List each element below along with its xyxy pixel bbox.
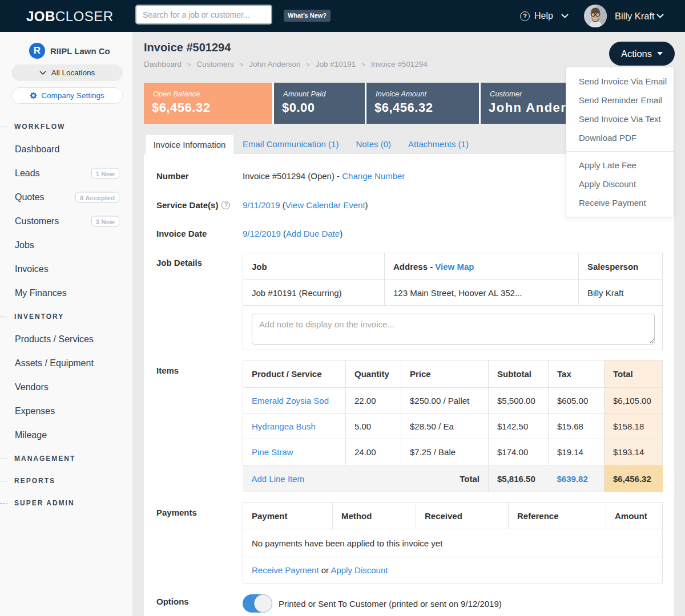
invoice-date-link[interactable]: 9/12/2019 [243,229,281,238]
section-reports[interactable]: REPORTS [0,469,132,492]
stat-open-balance: Open Balance $6,456.32 [144,83,272,124]
actions-button[interactable]: Actions [609,42,675,66]
tab-invoice-information[interactable]: Invoice Information [145,134,234,154]
product-link[interactable]: Hydrangea Bush [252,422,316,431]
sidebar-item-vendors[interactable]: Vendors [0,375,132,399]
items-header-price: Price [401,360,489,388]
tab-notes[interactable]: Notes (0) [347,134,400,154]
sidebar-item-mileage[interactable]: Mileage [0,423,132,447]
stat-label: Open Balance [153,90,264,98]
sidebar-menu: WORKFLOW Dashboard Leads1 New Quotes8 Ac… [0,115,132,514]
breadcrumb-john-anderson[interactable]: John Anderson [249,60,300,68]
company-settings-button[interactable]: Company Settings [11,87,123,104]
items-table: Product / Service Quantity Price Subtota… [243,360,663,492]
menu-item-send-invoice-email[interactable]: Send Invoice Via Email [566,72,674,91]
product-link[interactable]: Pine Straw [252,447,293,457]
sidebar-item-leads[interactable]: Leads1 New [0,161,132,185]
menu-item-receive-payment[interactable]: Receive Payment [566,193,674,212]
stat-value: $6,456.32 [374,100,471,115]
job-details-table: Job Address - View Map Salesperson Job #… [243,253,663,350]
user-avatar[interactable] [584,5,607,27]
whats-new-button[interactable]: What’s New? [284,10,331,22]
service-date-link[interactable]: 9/11/2019 [243,200,280,210]
view-calendar-event-link[interactable]: View Calendar Event [285,200,365,210]
section-management[interactable]: MANAGEMENT [0,447,132,469]
item-price: $28.50 / Ea [401,414,489,439]
section-super-admin[interactable]: SUPER ADMIN [0,492,132,514]
tab-attachments[interactable]: Attachments (1) [400,134,477,154]
invoice-note-input[interactable] [252,314,655,345]
number-value: Invoice #501294 (Open) - Change Number [243,171,405,181]
item-subtotal: $5,500.00 [489,388,549,414]
add-line-item-cell: Add Line Item [243,465,401,492]
item-subtotal: $174.00 [489,439,549,465]
breadcrumb-customers[interactable]: Customers [196,60,233,68]
add-due-date-link[interactable]: Add Due Date [286,229,340,238]
menu-item-send-invoice-text[interactable]: Send Invoice Via Text [566,110,674,128]
menu-item-apply-late-fee[interactable]: Apply Late Fee [566,156,674,175]
user-menu-chevron[interactable] [656,0,664,32]
tax-total-link[interactable]: $639.82 [557,474,588,484]
breadcrumb-current: Invoice #501294 [371,60,428,68]
sidebar-item-label: My Finances [15,288,67,298]
help-circle-icon[interactable]: ? [221,201,230,209]
menu-item-send-reminder-email[interactable]: Send Reminder Email [566,91,674,110]
job-cell: Job #10191 (Recurring) [243,280,385,306]
menu-item-download-pdf[interactable]: Download PDF [566,128,674,147]
menu-divider [566,151,674,152]
caret-down-icon [657,52,663,55]
printed-toggle[interactable] [243,594,272,613]
sidebar-item-label: Products / Services [15,334,94,345]
service-label-text: Service Date(s) [156,200,218,210]
sidebar-item-quotes[interactable]: Quotes8 Accepted [0,185,132,209]
sidebar-item-products-services[interactable]: Products / Services [0,327,132,351]
items-total-tax: $639.82 [549,465,605,492]
chevron-down-icon [39,71,46,75]
chevron-down-icon [656,14,664,18]
section-workflow: WORKFLOW [0,115,132,137]
sidebar-item-assets-equipment[interactable]: Assets / Equipment [0,351,132,375]
product-link[interactable]: Emerald Zoysia Sod [252,396,329,406]
item-subtotal: $142.50 [489,414,549,439]
address-column-header: Address - View Map [385,253,579,280]
search-input[interactable] [135,5,272,25]
breadcrumb: Dashboard>Customers>John Anderson>Job #1… [144,60,428,68]
item-row: Pine Straw 24.00 $7.25 / Bale $174.00 $1… [243,439,663,465]
company-settings-label: Company Settings [41,91,104,100]
apply-discount-link[interactable]: Apply Discount [331,565,388,575]
number-label: Number [156,171,189,181]
tab-email-communication[interactable]: Email Communication (1) [234,134,347,154]
help-menu[interactable]: ? Help [520,0,569,32]
address-cell: 123 Main Street, Hoover AL 352... [385,280,579,306]
sidebar: R RIIPL Lawn Co All Locations Company Se… [0,32,132,616]
payments-header-method: Method [333,502,416,529]
sidebar-item-invoices[interactable]: Invoices [0,257,132,281]
sidebar-item-my-finances[interactable]: My Finances [0,281,132,305]
options-label: Options [156,597,189,606]
item-quantity: 5.00 [346,414,401,439]
change-number-link[interactable]: Change Number [342,171,405,181]
breadcrumb-separator: > [361,61,365,68]
stat-invoice-amount: Invoice Amount $6,456.32 [366,83,479,124]
item-product: Hydrangea Bush [243,414,346,439]
stat-value: $6,456.32 [152,100,264,115]
sidebar-item-label: Customers [15,216,59,226]
all-locations-dropdown[interactable]: All Locations [11,64,123,81]
paren: ( [280,200,285,210]
sidebar-item-jobs[interactable]: Jobs [0,233,132,257]
add-line-item-link[interactable]: Add Line Item [252,474,305,484]
view-map-link[interactable]: View Map [435,262,474,271]
company-name: RIIPL Lawn Co [50,46,110,56]
sidebar-item-dashboard[interactable]: Dashboard [0,137,132,161]
invoice-panel: Number Invoice #501294 (Open) - Change N… [144,154,674,616]
sidebar-item-customers[interactable]: Customers3 New [0,209,132,233]
number-text: Invoice #501294 (Open) - [243,171,342,181]
sidebar-item-label: Mileage [15,430,47,440]
item-tax: $605.00 [549,388,605,414]
menu-item-apply-discount[interactable]: Apply Discount [566,175,674,193]
user-name[interactable]: Billy Kraft [615,0,655,32]
receive-payment-link[interactable]: Receive Payment [252,565,319,575]
sidebar-item-expenses[interactable]: Expenses [0,399,132,423]
breadcrumb-job[interactable]: Job #10191 [316,60,356,68]
breadcrumb-dashboard[interactable]: Dashboard [144,60,182,68]
